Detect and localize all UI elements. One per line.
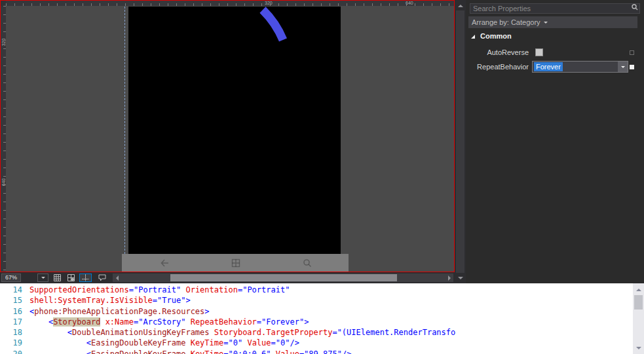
code-text: <Storyboard x:Name="ArcStory" RepeatBeha… xyxy=(29,317,309,327)
category-expanded-icon xyxy=(471,35,475,39)
snap-to-snaplines-button[interactable] xyxy=(79,274,92,282)
scroll-down-button[interactable] xyxy=(633,344,644,352)
code-text: <DoubleAnimationUsingKeyFrames Storyboar… xyxy=(29,328,455,337)
line-number: 18 xyxy=(0,327,22,338)
windows-start-icon xyxy=(231,258,240,268)
chevron-down-icon xyxy=(41,277,45,279)
phone-design-view[interactable] xyxy=(128,7,341,254)
show-grid-icon xyxy=(54,274,61,281)
search-icon xyxy=(632,4,638,10)
search-properties-input[interactable] xyxy=(470,3,640,14)
line-number: 14 xyxy=(0,285,22,295)
category-header-common[interactable]: Common xyxy=(466,31,644,43)
snap-to-grid-icon xyxy=(67,274,75,281)
triangle-up-icon xyxy=(458,5,463,7)
autoreverse-property-marker[interactable] xyxy=(630,50,634,55)
design-surface[interactable]: 320 640 320 640 xyxy=(0,0,455,272)
chevron-down-icon xyxy=(544,22,548,24)
ruler-tick-label: 320 xyxy=(1,37,6,48)
scroll-down-button[interactable] xyxy=(455,274,466,282)
code-text: shell:SystemTray.IsVisible="True"> xyxy=(29,296,191,305)
code-line[interactable]: 20 <EasingDoubleKeyFrame KeyTime="0:0:0.… xyxy=(0,349,644,354)
arrange-by-dropdown[interactable]: Arrange by: Category xyxy=(468,16,637,28)
ruler-tick-label: 640 xyxy=(406,1,413,6)
code-line[interactable]: 17 <Storyboard x:Name="ArcStory" RepeatB… xyxy=(0,317,644,327)
artboard[interactable] xyxy=(6,6,454,272)
ruler-tick-label: 640 xyxy=(1,177,6,188)
ruler-corner xyxy=(1,1,6,6)
scroll-left-button[interactable] xyxy=(113,274,121,282)
code-text: <phone:PhoneApplicationPage.Resources> xyxy=(29,307,210,316)
ruler-tick-label: 320 xyxy=(265,1,273,6)
arrange-by-label: Arrange by: Category xyxy=(472,16,540,28)
snap-to-grid-button[interactable] xyxy=(65,274,77,282)
repeatbehavior-value: Forever xyxy=(534,62,563,71)
xaml-code-editor[interactable]: 14SupportedOrientations="Portrait" Orien… xyxy=(0,283,644,354)
autoreverse-label: AutoReverse xyxy=(466,46,529,59)
repeatbehavior-property-marker[interactable] xyxy=(630,65,634,69)
code-line[interactable]: 19 <EasingDoubleKeyFrame KeyTime="0" Val… xyxy=(0,338,644,348)
annotations-icon xyxy=(98,274,106,281)
arc-shape[interactable] xyxy=(128,7,341,254)
property-row-repeatbehavior: RepeatBehavior Forever xyxy=(466,60,644,73)
search-icon xyxy=(303,258,312,268)
editor-scrollbar-thumb[interactable] xyxy=(634,295,643,310)
triangle-down-icon xyxy=(636,347,641,349)
vertical-scrollbar-thumb[interactable] xyxy=(456,10,464,273)
repeatbehavior-label: RepeatBehavior xyxy=(466,60,529,73)
designer-toolbar: 67% xyxy=(0,272,455,283)
triangle-down-icon xyxy=(458,277,463,279)
show-grid-button[interactable] xyxy=(51,274,64,282)
category-label: Common xyxy=(480,32,512,40)
code-line[interactable]: 15shell:SystemTray.IsVisible="True"> xyxy=(0,295,644,306)
code-lines: 14SupportedOrientations="Portrait" Orien… xyxy=(0,285,644,354)
phone-system-bar xyxy=(122,254,349,272)
zoom-level[interactable]: 67% xyxy=(1,274,21,282)
code-line[interactable]: 16<phone:PhoneApplicationPage.Resources> xyxy=(0,306,644,317)
code-line[interactable]: 14SupportedOrientations="Portrait" Orien… xyxy=(0,285,644,295)
repeatbehavior-combobox[interactable]: Forever xyxy=(532,61,628,73)
horizontal-scrollbar-thumb[interactable] xyxy=(170,274,397,281)
scroll-up-button[interactable] xyxy=(455,1,466,10)
line-number: 16 xyxy=(0,306,22,317)
back-icon xyxy=(159,258,169,268)
autoreverse-checkbox[interactable] xyxy=(535,48,543,56)
triangle-left-icon xyxy=(116,275,119,281)
scroll-right-button[interactable] xyxy=(445,274,453,282)
snap-to-snaplines-icon xyxy=(82,274,89,281)
property-row-autoreverse: AutoReverse xyxy=(466,46,644,59)
margin-guide-line xyxy=(124,7,125,254)
scroll-up-button[interactable] xyxy=(633,285,644,294)
code-line[interactable]: 18 <DoubleAnimationUsingKeyFrames Storyb… xyxy=(0,327,644,338)
repeatbehavior-dropdown-button[interactable] xyxy=(618,62,628,72)
line-number: 20 xyxy=(0,349,22,354)
vertical-ruler: 320 640 xyxy=(1,6,6,272)
annotations-button[interactable] xyxy=(96,274,108,282)
properties-panel: Arrange by: Category Common AutoReverse … xyxy=(466,0,644,283)
chevron-down-icon xyxy=(621,66,625,68)
code-text: <EasingDoubleKeyFrame KeyTime="0:0:0.6" … xyxy=(29,349,351,354)
triangle-up-icon xyxy=(636,289,641,291)
editor-vertical-scrollbar[interactable] xyxy=(633,283,644,354)
line-number: 17 xyxy=(0,317,22,327)
code-text: SupportedOrientations="Portrait" Orienta… xyxy=(29,285,290,294)
zoom-dropdown-button[interactable] xyxy=(37,274,48,282)
horizontal-ruler: 320 640 xyxy=(6,1,454,6)
line-number: 19 xyxy=(0,338,22,348)
line-number: 15 xyxy=(0,295,22,306)
search-properties-box xyxy=(470,2,640,12)
triangle-right-icon xyxy=(448,275,451,281)
designer-horizontal-scrollbar[interactable] xyxy=(113,274,453,282)
designer-vertical-scrollbar[interactable] xyxy=(455,0,466,283)
code-text: <EasingDoubleKeyFrame KeyTime="0" Value=… xyxy=(29,338,299,347)
